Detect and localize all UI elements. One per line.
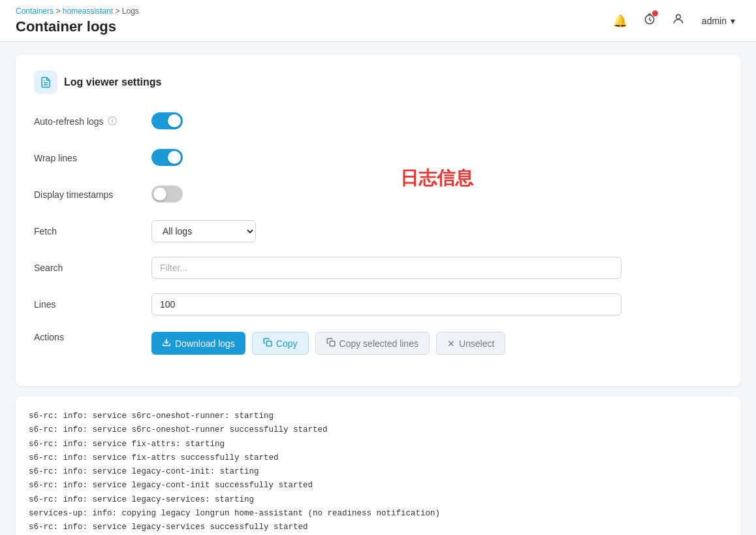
display-timestamps-slider <box>151 186 183 203</box>
svg-point-1 <box>676 14 681 19</box>
lines-control <box>151 293 722 316</box>
copy-selected-icon <box>326 338 336 349</box>
display-timestamps-row: Display timestamps <box>34 183 722 206</box>
settings-card-wrapper: Log viewer settings 日志信息 Auto-refresh lo… <box>16 55 740 386</box>
svg-rect-6 <box>330 341 335 346</box>
topbar-right: 🔔 admin ▾ <box>609 8 740 33</box>
download-icon <box>162 338 171 349</box>
log-line: s6-rc: info: service legacy-services: st… <box>29 493 727 507</box>
log-viewer[interactable]: s6-rc: info: service s6rc-oneshot-runner… <box>16 397 740 535</box>
timer-badge <box>652 10 658 16</box>
user-icon <box>672 12 685 29</box>
help-icon[interactable]: ⓘ <box>108 116 117 127</box>
log-line: s6-rc: info: service s6rc-oneshot-runner… <box>29 410 727 423</box>
notification-button[interactable]: 🔔 <box>609 10 631 32</box>
unselect-button[interactable]: ✕ Unselect <box>436 332 505 355</box>
wrap-lines-slider <box>151 149 183 166</box>
timer-button[interactable] <box>639 8 660 33</box>
breadcrumb-containers[interactable]: Containers <box>16 7 54 16</box>
breadcrumb-sep1: > <box>55 7 62 16</box>
actions-row: Actions Download logs <box>34 329 722 355</box>
settings-card: Log viewer settings 日志信息 Auto-refresh lo… <box>16 55 740 386</box>
breadcrumb: Containers > homeassistant > Logs <box>16 7 139 16</box>
fetch-select[interactable]: All logs Last 100 lines Last 500 lines L… <box>151 220 256 242</box>
auto-refresh-slider <box>151 112 183 129</box>
chevron-down-icon: ▾ <box>731 16 735 26</box>
user-icon-button[interactable] <box>668 8 689 33</box>
copy-button[interactable]: Copy <box>252 332 309 355</box>
svg-rect-5 <box>266 341 272 346</box>
unselect-icon: ✕ <box>447 338 455 349</box>
log-line: s6-rc: info: service fix-attrs: starting <box>29 438 727 451</box>
wrap-lines-row: Wrap lines <box>34 146 722 170</box>
search-input[interactable] <box>151 257 622 279</box>
search-label: Search <box>34 263 151 273</box>
lines-label: Lines <box>34 299 151 310</box>
notification-icon: 🔔 <box>613 14 627 28</box>
search-control <box>151 257 722 279</box>
wrap-lines-control <box>151 149 722 168</box>
timer-icon <box>643 12 656 29</box>
card-icon <box>34 71 57 94</box>
auto-refresh-toggle[interactable] <box>151 112 183 129</box>
wrap-lines-label: Wrap lines <box>34 153 151 163</box>
copy-selected-lines-button[interactable]: Copy selected lines <box>315 332 430 355</box>
log-line: s6-rc: info: service fix-attrs successfu… <box>29 451 727 465</box>
auto-refresh-label: Auto-refresh logs ⓘ <box>34 116 151 127</box>
actions-label: Actions <box>34 332 151 342</box>
page-title: Container logs <box>16 18 139 35</box>
auto-refresh-row: Auto-refresh logs ⓘ <box>34 110 722 133</box>
fetch-control: All logs Last 100 lines Last 500 lines L… <box>151 220 722 242</box>
user-area[interactable]: admin ▾ <box>697 13 740 29</box>
card-title: Log viewer settings <box>64 76 161 88</box>
user-name: admin <box>702 16 727 26</box>
copy-icon <box>263 338 272 349</box>
log-line: s6-rc: info: service legacy-services suc… <box>29 521 727 534</box>
fetch-label: Fetch <box>34 226 151 236</box>
log-line: s6-rc: info: service s6rc-oneshot-runner… <box>29 423 727 437</box>
card-header: Log viewer settings <box>34 71 722 94</box>
actions-control: Download logs Copy <box>151 332 722 355</box>
log-line: s6-rc: info: service legacy-cont-init: s… <box>29 465 727 479</box>
display-timestamps-toggle[interactable] <box>151 186 183 203</box>
topbar-left: Containers > homeassistant > Logs Contai… <box>16 7 139 35</box>
lines-input[interactable] <box>151 293 622 316</box>
breadcrumb-sep2: > <box>115 7 121 16</box>
search-row: Search <box>34 256 722 280</box>
wrap-lines-toggle[interactable] <box>151 149 183 166</box>
auto-refresh-control <box>151 112 722 131</box>
breadcrumb-logs: Logs <box>122 7 139 16</box>
breadcrumb-homeassistant[interactable]: homeassistant <box>63 7 113 16</box>
download-logs-button[interactable]: Download logs <box>151 332 245 355</box>
lines-row: Lines <box>34 293 722 316</box>
display-timestamps-control <box>151 186 722 204</box>
main-content: Log viewer settings 日志信息 Auto-refresh lo… <box>0 42 756 535</box>
topbar: Containers > homeassistant > Logs Contai… <box>0 0 756 42</box>
display-timestamps-label: Display timestamps <box>34 189 151 200</box>
log-line: s6-rc: info: service legacy-cont-init su… <box>29 479 727 493</box>
log-line: services-up: info: copying legacy longru… <box>29 507 727 521</box>
actions-buttons: Download logs Copy <box>151 332 722 355</box>
fetch-row: Fetch All logs Last 100 lines Last 500 l… <box>34 219 722 243</box>
